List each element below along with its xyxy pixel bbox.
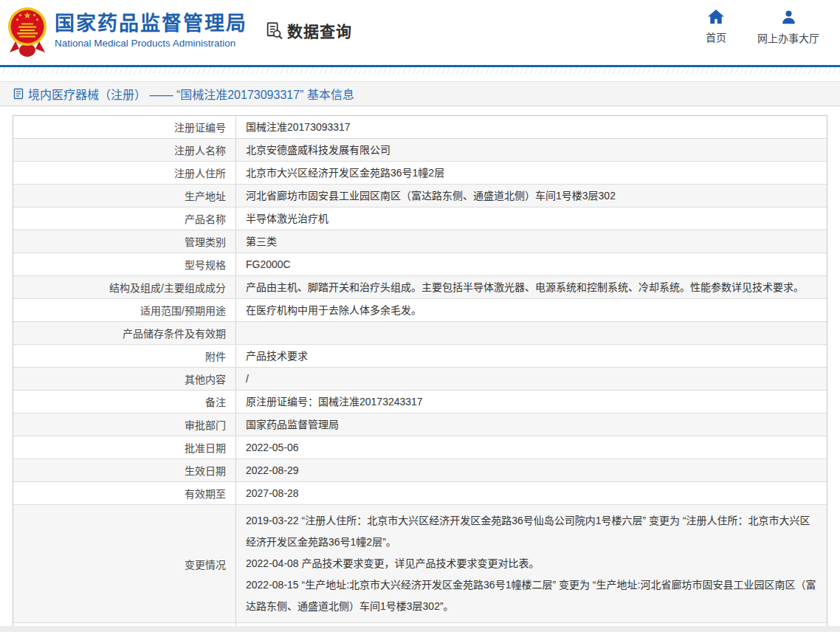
row-label: 备注 bbox=[205, 394, 226, 409]
row-value: 2022-05-06 bbox=[236, 436, 827, 458]
row-value: 产品由主机、脚踏开关和治疗头组成。主要包括半导体激光器、电源系统和控制系统、冷却… bbox=[236, 276, 827, 298]
row-value: 河北省廊坊市固安县工业园区南区（富达路东侧、通盛道北侧）车间1号楼3层302 bbox=[236, 185, 827, 207]
row-label: 型号规格 bbox=[185, 257, 226, 272]
nav-home[interactable]: 首页 bbox=[706, 10, 726, 45]
table-row: 注册证编号 国械注准20173093317 bbox=[13, 116, 827, 139]
brand-title: 国家药品监督管理局 bbox=[55, 13, 247, 35]
table-row: 变更情况 2019-03-22 “注册人住所：北京市大兴区经济开发区金苑路36号… bbox=[13, 505, 827, 623]
table-row: 适用范围/预期用途 在医疗机构中用于去除人体多余毛发。 bbox=[13, 299, 827, 322]
data-query-nav[interactable]: 数据查询 bbox=[264, 19, 352, 41]
nav-service-hall[interactable]: 网上办事大厅 bbox=[757, 10, 819, 45]
row-value: 国械注准20173093317 bbox=[236, 116, 827, 138]
table-row: 备注 原注册证编号：国械注准20173243317 bbox=[13, 391, 827, 413]
info-table: 注册证编号 国械注准20173093317 注册人名称 北京安德盛威科技发展有限… bbox=[13, 115, 827, 632]
nav-home-label: 首页 bbox=[706, 30, 726, 44]
table-row: 批准日期 2022-05-06 bbox=[13, 436, 827, 459]
table-row: 管理类别 第三类 bbox=[13, 230, 827, 253]
row-label: 产品名称 bbox=[185, 211, 226, 226]
table-row: 产品名称 半导体激光治疗机 bbox=[13, 207, 827, 230]
table-row: 结构及组成/主要组成成分 产品由主机、脚踏开关和治疗头组成。主要包括半导体激光器… bbox=[13, 276, 827, 299]
page-title-bar: 境内医疗器械（注册） —— “国械注准20173093317” 基本信息 bbox=[0, 81, 840, 106]
row-value: FG2000C bbox=[236, 253, 827, 275]
brand-block: 国家药品监督管理局 National Medical Products Admi… bbox=[55, 13, 247, 49]
row-label: 生产地址 bbox=[185, 188, 226, 203]
row-value: 2027-08-28 bbox=[236, 482, 827, 504]
row-value: 北京安德盛威科技发展有限公司 bbox=[236, 139, 827, 161]
stripe-band bbox=[0, 67, 840, 74]
row-value: / bbox=[236, 368, 827, 390]
row-label: 生效日期 bbox=[185, 463, 226, 478]
footer-band bbox=[0, 626, 840, 632]
table-row: 型号规格 FG2000C bbox=[13, 253, 827, 276]
row-label: 适用范围/预期用途 bbox=[140, 303, 226, 317]
document-icon bbox=[13, 88, 24, 100]
row-label: 审批部门 bbox=[185, 417, 226, 432]
site-header: 国家药品监督管理局 National Medical Products Admi… bbox=[0, 0, 840, 65]
page-title: 境内医疗器械（注册） —— “国械注准20173093317” 基本信息 bbox=[28, 85, 354, 103]
table-row: 生效日期 2022-08-29 bbox=[13, 459, 827, 482]
data-query-icon bbox=[264, 21, 284, 41]
table-row: 有效期至 2027-08-28 bbox=[13, 482, 827, 505]
table-row: 注册人名称 北京安德盛威科技发展有限公司 bbox=[13, 139, 827, 162]
row-value: 2022-08-29 bbox=[236, 459, 827, 481]
row-value: 半导体激光治疗机 bbox=[236, 207, 827, 230]
row-value: 原注册证编号：国械注准20173243317 bbox=[236, 391, 827, 413]
data-query-label: 数据查询 bbox=[287, 19, 352, 41]
header-nav: 首页 网上办事大厅 bbox=[706, 10, 819, 45]
row-label: 产品储存条件及有效期 bbox=[123, 326, 226, 340]
table-row: 其他内容 / bbox=[13, 368, 827, 391]
row-label: 注册人住所 bbox=[174, 165, 226, 180]
row-label: 注册证编号 bbox=[174, 120, 226, 134]
row-value bbox=[236, 322, 827, 344]
row-label: 附件 bbox=[205, 348, 226, 363]
brand-subtitle: National Medical Products Administration bbox=[55, 38, 247, 49]
row-value: 2019-03-22 “注册人住所：北京市大兴区经济开发区金苑路36号仙岛公司院… bbox=[236, 505, 827, 622]
table-row: 产品储存条件及有效期 bbox=[13, 322, 827, 345]
row-value: 产品技术要求 bbox=[236, 345, 827, 367]
table-row: 附件 产品技术要求 bbox=[13, 345, 827, 368]
national-emblem-icon bbox=[7, 6, 47, 59]
home-icon bbox=[708, 10, 724, 24]
row-label: 变更情况 bbox=[185, 557, 226, 571]
row-label: 注册人名称 bbox=[174, 142, 226, 157]
user-icon bbox=[781, 10, 796, 25]
row-value: 在医疗机构中用于去除人体多余毛发。 bbox=[236, 299, 827, 321]
row-value: 国家药品监督管理局 bbox=[236, 413, 827, 436]
row-value: 北京市大兴区经济开发区金苑路36号1幢2层 bbox=[236, 162, 827, 184]
row-label: 批准日期 bbox=[185, 440, 226, 455]
table-row: 审批部门 国家药品监督管理局 bbox=[13, 413, 827, 436]
table-row: 生产地址 河北省廊坊市固安县工业园区南区（富达路东侧、通盛道北侧）车间1号楼3层… bbox=[13, 185, 827, 207]
row-label: 结构及组成/主要组成成分 bbox=[109, 280, 226, 295]
row-value: 第三类 bbox=[236, 230, 827, 253]
row-label: 其他内容 bbox=[185, 371, 226, 386]
row-label: 管理类别 bbox=[185, 234, 226, 249]
row-label: 有效期至 bbox=[185, 486, 226, 501]
nav-service-hall-label: 网上办事大厅 bbox=[757, 30, 819, 45]
table-row: 注册人住所 北京市大兴区经济开发区金苑路36号1幢2层 bbox=[13, 162, 827, 185]
